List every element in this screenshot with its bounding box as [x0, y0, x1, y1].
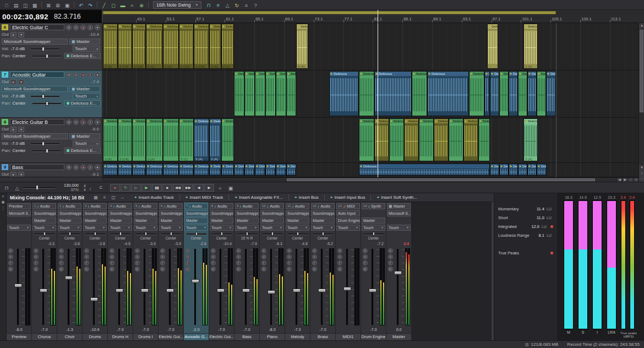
horizontal-scrollbar[interactable]: ◀ ▶ − + [102, 177, 638, 182]
audio-clip[interactable]: Delicious [419, 118, 434, 161]
strip-phones-button[interactable]: ◎ [34, 267, 39, 271]
audio-clip[interactable]: Delicious [509, 71, 518, 116]
strip-automation-button[interactable]: Touch▼ [83, 225, 107, 231]
strip-solo-button[interactable]: ⊙ [363, 254, 368, 259]
output-device-button[interactable]: ▸ [10, 32, 17, 37]
time-display[interactable]: 00:02:30,892 [2, 13, 48, 21]
strip-mute-button[interactable]: ⊘ [160, 248, 165, 253]
playhead-marker[interactable] [378, 10, 378, 23]
track-fx-button[interactable]: ƒ [88, 165, 93, 170]
audio-clip[interactable]: Delicious [179, 164, 194, 176]
mixer-strip-acoustic-g[interactable]: 7♪AudioSoundmapperMasterTouch▼Center-2.6… [184, 202, 209, 340]
audio-clip[interactable]: Delicious3 (A) [163, 24, 179, 69]
strip-fx-button[interactable]: ƒ [363, 260, 368, 265]
strip-type-button[interactable]: 12♪Audio [311, 203, 335, 209]
audio-clip[interactable]: Delicious3 (A) [146, 118, 163, 161]
strip-pan-knob[interactable] [145, 232, 147, 236]
pan-slider[interactable] [32, 53, 61, 59]
go-to-end-button[interactable]: ▶▶ [183, 184, 193, 192]
strip-mute-button[interactable]: ⊘ [84, 248, 89, 253]
track-menu-button[interactable]: ▾ [95, 25, 100, 30]
audio-clip[interactable]: Delicious3 (A) [194, 118, 209, 161]
pan-knob[interactable] [46, 54, 48, 58]
strip-phones-button[interactable]: ◎ [363, 267, 368, 271]
strip-pan-knob[interactable] [322, 232, 324, 236]
close-icon[interactable]: × [2, 194, 4, 198]
audio-clip[interactable]: Delicious [221, 118, 234, 161]
output-menu-button[interactable]: ▾ [18, 172, 24, 177]
automation-mode-button[interactable]: Touch▾ [73, 140, 100, 146]
audio-clip[interactable]: Delicious [484, 71, 490, 116]
strip-mute-button[interactable]: ⊘ [363, 248, 368, 253]
mixer-strip-bass[interactable]: 9♪AudioSoundmapperMasterTouch▼15 % R-7.9… [234, 202, 260, 340]
track-header-electric-guitar-b[interactable]: 8Electric Guitar B⊘⊙●ƒ▾Out▸▾-9.0Microsof… [0, 118, 102, 163]
strip-phones-button[interactable]: ◎ [211, 267, 216, 271]
audio-clip[interactable]: Delicious5 (C#) [179, 24, 194, 69]
strip-output-bus-button[interactable]: Master [83, 218, 107, 224]
strip-phones-button[interactable]: ◎ [312, 267, 317, 271]
mixer-strip-drums-h[interactable]: 4♪AudioSoundmapperMasterTouch▼Center-4.5… [108, 202, 133, 340]
audio-clip[interactable]: Delicious [499, 71, 509, 116]
audio-clip[interactable]: Delicious5 (C) [221, 24, 234, 69]
draw-tool-icon[interactable]: ╱ [100, 1, 108, 9]
strip-pan-knob[interactable] [43, 232, 46, 236]
track-header-bass[interactable]: 9Bass⊘⊙●ƒ▾Out▸▾-9.1Microsoft Soundmapper… [0, 163, 102, 177]
strip-mute-button[interactable]: ⊘ [337, 248, 342, 253]
strip-mute-button[interactable]: ⊘ [135, 248, 140, 253]
strip-output-bus-button[interactable]: Master [134, 218, 157, 224]
audio-clip[interactable]: Delicious [478, 118, 490, 161]
fader-knob[interactable] [166, 289, 174, 292]
audio-clip[interactable]: Delicious [527, 71, 537, 116]
strip-solo-button[interactable]: ⊙ [8, 254, 13, 259]
audio-clip[interactable]: Delicious [265, 71, 276, 116]
strip-automation-button[interactable]: Touch▼ [108, 225, 132, 231]
strip-pan-knob[interactable] [119, 232, 122, 236]
strip-device-button[interactable]: Soundmapper [210, 210, 233, 216]
audio-clip[interactable]: Delicious [234, 71, 244, 116]
strip-pan-slider[interactable] [111, 232, 130, 236]
strip-type-button[interactable]: 2♪Audio [58, 203, 81, 209]
record-arm-button[interactable]: ● [80, 165, 86, 170]
fader-knob[interactable] [268, 290, 275, 294]
track-zoom-out-button[interactable]: − [639, 176, 644, 182]
mixer-strip-electric-gui[interactable]: 8♪AudioSoundmapperMasterTouch▼Center-10.… [209, 202, 234, 340]
audio-clip[interactable]: Delicious [132, 118, 146, 161]
cut-icon[interactable]: ⊠ [44, 1, 53, 9]
strip-automation-button[interactable]: Touch▼ [210, 225, 233, 231]
mixer-view-icon[interactable]: ≡ [242, 1, 250, 9]
strip-solo-button[interactable]: ⊙ [337, 254, 342, 259]
strip-pan-knob[interactable] [373, 232, 375, 236]
audio-clip[interactable]: Delicious3 (A) [296, 24, 308, 69]
output-device-button[interactable]: ▸ [10, 172, 17, 177]
strip-pan-slider[interactable] [288, 232, 308, 236]
envelope-tool-icon[interactable]: ≈ [128, 1, 137, 9]
strip-fx-button[interactable]: ƒ [236, 260, 241, 265]
fader-knob[interactable] [217, 289, 225, 292]
settings-icon[interactable]: ≡ [101, 194, 108, 201]
strip-mute-button[interactable]: ⊘ [34, 248, 39, 253]
mixer-strip-electric-gui[interactable]: 6♪AudioSoundmapperMasterTouch▼Center-3.9… [159, 202, 184, 340]
strip-phones-button[interactable]: ◎ [388, 267, 393, 271]
solo-button[interactable]: ⊙ [73, 119, 79, 125]
strip-fader[interactable] [64, 247, 73, 327]
audio-clip[interactable]: Delicious3 (C#) [132, 24, 146, 69]
fader-knob[interactable] [394, 271, 402, 275]
mute-button[interactable]: ⊘ [66, 119, 72, 125]
volume-slider[interactable] [31, 94, 59, 99]
strip-phones-button[interactable]: ◎ [110, 267, 114, 271]
audio-clip[interactable]: Delicious3 (A) [209, 118, 221, 161]
record-arm-button[interactable]: ● [80, 72, 86, 78]
tempo-display[interactable]: 130,000 BPM [60, 183, 79, 192]
audio-clip[interactable]: Delicious [499, 164, 509, 176]
strip-automation-button[interactable]: Touch▼ [159, 225, 183, 231]
output-menu-button[interactable]: ▾ [18, 79, 24, 85]
strip-fx-button[interactable]: ƒ [287, 260, 292, 265]
strip-fader[interactable] [267, 247, 275, 327]
strip-automation-button[interactable]: Touch▼ [311, 225, 335, 231]
strip-fader[interactable] [39, 247, 47, 327]
strip-device-button[interactable]: Auto Input [336, 210, 360, 216]
step-back-button[interactable]: ◀ [194, 184, 204, 192]
strip-phones-button[interactable]: ◎ [185, 267, 190, 271]
volume-knob[interactable] [42, 47, 45, 51]
strip-pan-knob[interactable] [69, 232, 71, 236]
